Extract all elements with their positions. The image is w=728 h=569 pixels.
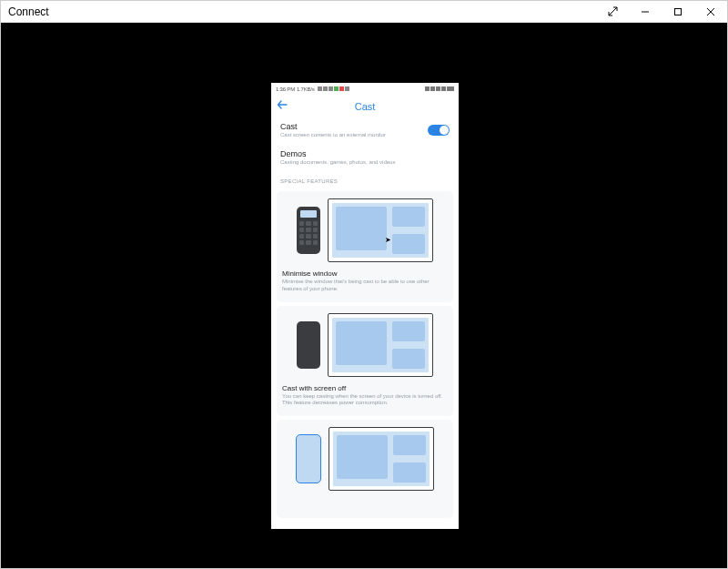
special-features-label: SPECIAL FEATURES (271, 171, 459, 188)
phone-statusbar: 1:36 PM 1.7KB/s (271, 83, 459, 95)
bluetooth-icon (425, 86, 430, 91)
expand-icon (608, 6, 618, 16)
phone-keypad-icon (297, 207, 320, 254)
expand-button[interactable] (596, 1, 629, 22)
feature-cast-screen-off[interactable]: Cast with screen off You can keep castin… (277, 306, 453, 417)
status-icon (334, 86, 339, 91)
feature-subtitle: Minimise the window that's being cast to… (282, 279, 448, 293)
statusbar-right-icons (425, 86, 454, 91)
cast-toggle[interactable] (428, 125, 450, 136)
page-header: Cast (271, 95, 459, 117)
statusbar-time: 1:36 PM (276, 86, 295, 92)
maximize-button[interactable] (662, 1, 694, 22)
window-title: Connect (8, 5, 49, 18)
page-title: Cast (271, 101, 459, 112)
svg-rect-0 (675, 8, 682, 15)
statusbar-left-icons (318, 86, 425, 91)
status-icon (345, 86, 349, 91)
signal-icon (436, 86, 440, 91)
feature-subtitle: You can keep casting when the screen of … (282, 393, 448, 408)
cast-title: Cast (280, 122, 428, 131)
feature-next-peek[interactable] (277, 420, 453, 518)
feature-minimise-window[interactable]: ➤ Minimise window Minimise the window th… (277, 191, 453, 302)
demos-subtitle: Casting documents, games, photos, and vi… (280, 159, 450, 167)
close-button[interactable] (694, 1, 727, 22)
feature-illustration (282, 427, 448, 491)
back-button[interactable] (277, 99, 288, 113)
toggle-knob (440, 126, 449, 135)
monitor-icon: ➤ (328, 198, 433, 262)
demos-row[interactable]: Demos Casting documents, games, photos, … (271, 145, 459, 172)
status-icon (323, 86, 328, 91)
monitor-icon (329, 427, 434, 491)
wifi-icon (441, 86, 446, 91)
battery-icon (447, 86, 454, 91)
feature-illustration: ➤ (282, 198, 448, 262)
status-icon (339, 86, 344, 91)
demos-title: Demos (280, 149, 450, 158)
feature-illustration (282, 313, 448, 377)
cursor-icon: ➤ (385, 236, 391, 244)
monitor-icon (328, 313, 433, 377)
phone-dark-icon (297, 321, 320, 369)
phone-blue-icon (296, 434, 321, 483)
content-area: 1:36 PM 1.7KB/s (1, 23, 727, 568)
settings-scroll[interactable]: Cast Cast screen contents to an external… (271, 117, 459, 529)
phone-screen: 1:36 PM 1.7KB/s (271, 83, 459, 529)
signal-icon (430, 86, 435, 91)
app-window: Connect 1:36 PM 1.7KB/s (0, 0, 728, 569)
status-icon (318, 86, 322, 91)
maximize-icon (673, 7, 682, 16)
feature-title: Cast with screen off (282, 384, 448, 392)
arrow-left-icon (277, 99, 288, 110)
minimize-button[interactable] (629, 1, 662, 22)
feature-title: Minimise window (282, 269, 448, 278)
minimize-icon (641, 7, 650, 16)
titlebar[interactable]: Connect (1, 1, 727, 23)
cast-toggle-row[interactable]: Cast Cast screen contents to an external… (271, 117, 459, 145)
cast-subtitle: Cast screen contents to an external moni… (280, 132, 428, 139)
close-icon (706, 7, 715, 16)
status-icon (329, 86, 333, 91)
statusbar-speed: 1.7KB/s (297, 86, 315, 92)
